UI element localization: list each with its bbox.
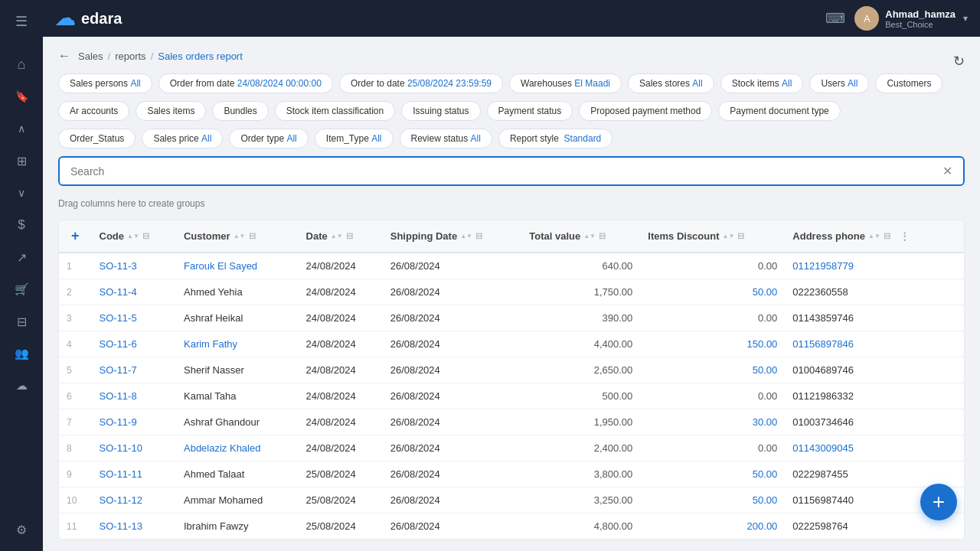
filter-order-type[interactable]: Order type All: [229, 129, 308, 148]
filter-order-from-date[interactable]: Order from date 24/08/2024 00:00:00: [158, 73, 333, 93]
search-clear-button[interactable]: ✕: [942, 164, 952, 178]
date-sort-icon[interactable]: ▲▼: [331, 233, 343, 240]
cell-customer[interactable]: Ibrahim Fawzy: [176, 514, 299, 540]
shipping-filter-icon[interactable]: ⊟: [475, 231, 482, 241]
user-profile[interactable]: A Ahmad_hamza Best_Choice ▾: [854, 6, 968, 31]
breadcrumb-sales[interactable]: Sales: [78, 51, 103, 62]
bookmark-icon[interactable]: 🔖: [8, 83, 35, 110]
cloud-icon[interactable]: ☁: [8, 372, 35, 399]
search-input[interactable]: [70, 165, 942, 178]
back-button[interactable]: ←: [58, 49, 70, 63]
menu-icon[interactable]: ☰: [8, 8, 35, 35]
cell-customer[interactable]: Ahmed Talaat: [176, 461, 299, 487]
filter-sales-persons[interactable]: Sales persons All: [58, 73, 152, 93]
filter-customers[interactable]: Customers: [875, 73, 942, 93]
code-filter-icon[interactable]: ⊟: [142, 231, 149, 241]
discount-filter-icon[interactable]: ⊟: [737, 231, 744, 241]
chevron-up-icon[interactable]: ∧: [8, 115, 35, 142]
cell-shipping-date: 26/08/2024: [383, 487, 522, 514]
cell-code[interactable]: SO-11-12: [92, 487, 176, 514]
customer-filter-icon[interactable]: ⊟: [249, 231, 256, 241]
add-column-button[interactable]: +: [67, 228, 84, 243]
filter-payment-status[interactable]: Payment status: [487, 101, 573, 121]
cell-total-value: 1,750.00: [521, 279, 640, 305]
cell-code[interactable]: SO-11-3: [92, 253, 176, 279]
filter-issuing-status[interactable]: Issuing status: [401, 101, 480, 121]
cell-code[interactable]: SO-11-8: [92, 383, 176, 409]
filter-review-status[interactable]: Review status All: [400, 129, 492, 148]
discount-sort-icon[interactable]: ▲▼: [723, 233, 735, 240]
cell-customer[interactable]: Karim Fathy: [176, 331, 299, 357]
filter-sales-price[interactable]: Sales price All: [142, 129, 223, 148]
filter-sales-stores[interactable]: Sales stores All: [628, 73, 714, 93]
chart-icon[interactable]: ↗: [8, 243, 35, 271]
username: Ahmad_hamza: [885, 8, 956, 20]
cell-customer[interactable]: Ammar Mohamed: [176, 487, 299, 514]
breadcrumb-reports[interactable]: reports: [115, 51, 145, 62]
shipping-sort-icon[interactable]: ▲▼: [460, 233, 472, 240]
cell-customer[interactable]: Ahmed Yehia: [176, 279, 299, 305]
users-icon[interactable]: 👥: [8, 340, 35, 367]
more-columns-icon[interactable]: ⋮: [893, 230, 916, 242]
filter-sales-items[interactable]: Sales items: [136, 101, 206, 121]
cell-customer[interactable]: Farouk El Sayed: [176, 253, 299, 279]
cell-code[interactable]: SO-11-13: [92, 514, 176, 540]
cell-address-phone: 01121986332: [785, 383, 964, 409]
cell-shipping-date: 26/08/2024: [383, 409, 522, 435]
filter-stock-items[interactable]: Stock items All: [720, 73, 804, 93]
row-number: 10: [59, 487, 92, 514]
filter-order-status[interactable]: Order_Status: [58, 129, 136, 148]
cell-code[interactable]: SO-11-5: [92, 305, 176, 331]
cart-icon[interactable]: 🛒: [8, 276, 35, 303]
table-row: 6SO-11-8Kamal Taha24/08/202426/08/202450…: [59, 383, 964, 409]
company-name: Best_Choice: [885, 20, 956, 29]
cell-total-value: 3,800.00: [521, 461, 640, 487]
filter-ar-accounts[interactable]: Ar accounts: [58, 101, 129, 121]
total-filter-icon[interactable]: ⊟: [599, 231, 606, 241]
chevron-down-icon[interactable]: ∨: [8, 179, 35, 207]
date-filter-icon[interactable]: ⊟: [346, 231, 353, 241]
table-row: 2SO-11-4Ahmed Yehia24/08/202426/08/20241…: [59, 279, 964, 305]
cell-customer[interactable]: Sherif Nasser: [176, 357, 299, 383]
add-fab-button[interactable]: +: [920, 484, 957, 520]
filter-warehouses[interactable]: Warehouses El Maadi: [509, 73, 622, 93]
customer-sort-icon[interactable]: ▲▼: [234, 233, 246, 240]
home-icon[interactable]: ⌂: [8, 51, 35, 78]
cell-customer[interactable]: Ashraf Ghandour: [176, 409, 299, 435]
cell-code[interactable]: SO-11-4: [92, 279, 176, 305]
cell-customer[interactable]: Abdelaziz Khaled: [176, 435, 299, 461]
table-row: 11SO-11-13Ibrahim Fawzy25/08/202426/08/2…: [59, 514, 964, 540]
code-sort-icon[interactable]: ▲▼: [127, 233, 139, 240]
cell-code[interactable]: SO-11-9: [92, 409, 176, 435]
filter-proposed-payment-method[interactable]: Proposed payment method: [579, 101, 712, 121]
user-dropdown-icon[interactable]: ▾: [963, 13, 968, 24]
total-sort-icon[interactable]: ▲▼: [583, 233, 596, 240]
filter-item-type[interactable]: Item_Type All: [315, 129, 394, 148]
table-icon[interactable]: ⊟: [8, 308, 35, 335]
cell-customer[interactable]: Kamal Taha: [176, 383, 299, 409]
filter-order-to-date[interactable]: Order to date 25/08/2024 23:59:59: [339, 73, 503, 93]
filter-chips-row3: Order_Status Sales price All Order type …: [58, 129, 965, 148]
cell-code[interactable]: SO-11-7: [92, 357, 176, 383]
cell-shipping-date: 26/08/2024: [383, 331, 522, 357]
cell-code[interactable]: SO-11-10: [92, 435, 176, 461]
cell-code[interactable]: SO-11-11: [92, 461, 176, 487]
grid-icon[interactable]: ⊞: [8, 147, 35, 174]
filter-bundles[interactable]: Bundles: [212, 101, 268, 121]
app-logo: ☁ edara: [55, 7, 122, 31]
phone-sort-icon[interactable]: ▲▼: [868, 233, 880, 240]
refresh-button[interactable]: ↻: [953, 53, 965, 70]
dollar-icon[interactable]: $: [8, 211, 35, 239]
keyboard-icon[interactable]: ⌨: [825, 10, 845, 27]
cell-code[interactable]: SO-11-6: [92, 331, 176, 357]
filter-report-style[interactable]: Report style Standard: [498, 129, 612, 148]
col-items-discount: Items Discount ▲▼ ⊟: [640, 220, 785, 253]
settings-icon[interactable]: ⚙: [8, 516, 35, 543]
filter-payment-document-type[interactable]: Payment document type: [718, 101, 840, 121]
cell-items-discount: 50.00: [640, 461, 785, 487]
filter-stock-item-classification[interactable]: Stock item classification: [275, 101, 395, 121]
phone-filter-icon[interactable]: ⊟: [884, 231, 890, 241]
filter-users[interactable]: Users All: [809, 73, 869, 93]
cell-customer[interactable]: Ashraf Heikal: [176, 305, 299, 331]
cell-shipping-date: 26/08/2024: [383, 279, 522, 305]
